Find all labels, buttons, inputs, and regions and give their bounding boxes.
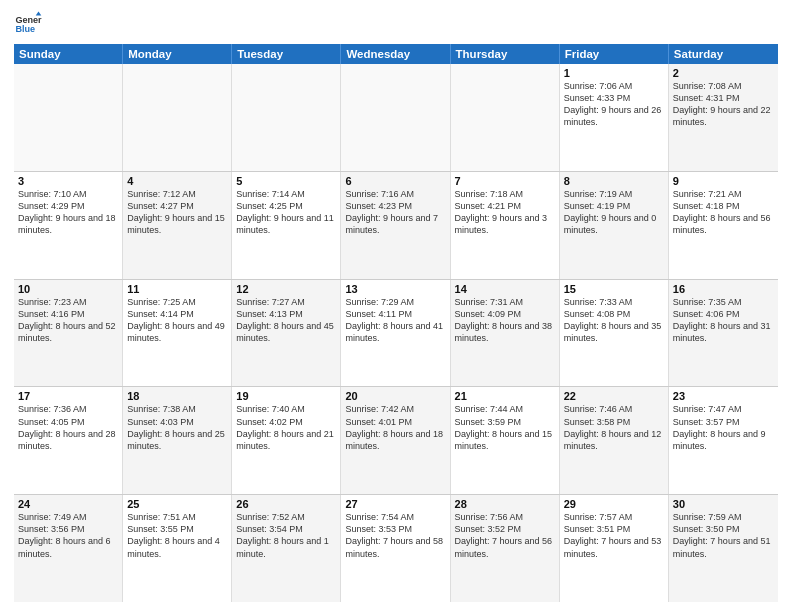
calendar-body: 1Sunrise: 7:06 AM Sunset: 4:33 PM Daylig… — [14, 64, 778, 602]
cal-cell: 23Sunrise: 7:47 AM Sunset: 3:57 PM Dayli… — [669, 387, 778, 494]
cal-cell: 11Sunrise: 7:25 AM Sunset: 4:14 PM Dayli… — [123, 280, 232, 387]
day-info: Sunrise: 7:10 AM Sunset: 4:29 PM Dayligh… — [18, 188, 118, 237]
cal-cell: 1Sunrise: 7:06 AM Sunset: 4:33 PM Daylig… — [560, 64, 669, 171]
day-info: Sunrise: 7:33 AM Sunset: 4:08 PM Dayligh… — [564, 296, 664, 345]
day-info: Sunrise: 7:06 AM Sunset: 4:33 PM Dayligh… — [564, 80, 664, 129]
svg-marker-2 — [36, 11, 42, 15]
cal-cell: 4Sunrise: 7:12 AM Sunset: 4:27 PM Daylig… — [123, 172, 232, 279]
col-header-thursday: Thursday — [451, 44, 560, 64]
day-info: Sunrise: 7:54 AM Sunset: 3:53 PM Dayligh… — [345, 511, 445, 560]
col-header-monday: Monday — [123, 44, 232, 64]
cal-cell — [232, 64, 341, 171]
day-number: 7 — [455, 175, 555, 187]
col-header-friday: Friday — [560, 44, 669, 64]
col-header-sunday: Sunday — [14, 44, 123, 64]
day-number: 1 — [564, 67, 664, 79]
day-info: Sunrise: 7:27 AM Sunset: 4:13 PM Dayligh… — [236, 296, 336, 345]
day-info: Sunrise: 7:51 AM Sunset: 3:55 PM Dayligh… — [127, 511, 227, 560]
cal-cell: 10Sunrise: 7:23 AM Sunset: 4:16 PM Dayli… — [14, 280, 123, 387]
cal-cell: 25Sunrise: 7:51 AM Sunset: 3:55 PM Dayli… — [123, 495, 232, 602]
week-row-4: 17Sunrise: 7:36 AM Sunset: 4:05 PM Dayli… — [14, 387, 778, 495]
cal-cell: 22Sunrise: 7:46 AM Sunset: 3:58 PM Dayli… — [560, 387, 669, 494]
day-info: Sunrise: 7:25 AM Sunset: 4:14 PM Dayligh… — [127, 296, 227, 345]
cal-cell: 6Sunrise: 7:16 AM Sunset: 4:23 PM Daylig… — [341, 172, 450, 279]
day-info: Sunrise: 7:19 AM Sunset: 4:19 PM Dayligh… — [564, 188, 664, 237]
day-number: 25 — [127, 498, 227, 510]
calendar-header: SundayMondayTuesdayWednesdayThursdayFrid… — [14, 44, 778, 64]
day-number: 6 — [345, 175, 445, 187]
day-info: Sunrise: 7:40 AM Sunset: 4:02 PM Dayligh… — [236, 403, 336, 452]
week-row-5: 24Sunrise: 7:49 AM Sunset: 3:56 PM Dayli… — [14, 495, 778, 602]
day-number: 23 — [673, 390, 774, 402]
day-number: 4 — [127, 175, 227, 187]
cal-cell — [14, 64, 123, 171]
day-info: Sunrise: 7:08 AM Sunset: 4:31 PM Dayligh… — [673, 80, 774, 129]
day-number: 22 — [564, 390, 664, 402]
week-row-2: 3Sunrise: 7:10 AM Sunset: 4:29 PM Daylig… — [14, 172, 778, 280]
day-info: Sunrise: 7:59 AM Sunset: 3:50 PM Dayligh… — [673, 511, 774, 560]
day-number: 24 — [18, 498, 118, 510]
day-info: Sunrise: 7:44 AM Sunset: 3:59 PM Dayligh… — [455, 403, 555, 452]
cal-cell: 5Sunrise: 7:14 AM Sunset: 4:25 PM Daylig… — [232, 172, 341, 279]
week-row-1: 1Sunrise: 7:06 AM Sunset: 4:33 PM Daylig… — [14, 64, 778, 172]
week-row-3: 10Sunrise: 7:23 AM Sunset: 4:16 PM Dayli… — [14, 280, 778, 388]
day-info: Sunrise: 7:47 AM Sunset: 3:57 PM Dayligh… — [673, 403, 774, 452]
day-info: Sunrise: 7:52 AM Sunset: 3:54 PM Dayligh… — [236, 511, 336, 560]
day-info: Sunrise: 7:16 AM Sunset: 4:23 PM Dayligh… — [345, 188, 445, 237]
cal-cell: 15Sunrise: 7:33 AM Sunset: 4:08 PM Dayli… — [560, 280, 669, 387]
day-number: 27 — [345, 498, 445, 510]
cal-cell: 16Sunrise: 7:35 AM Sunset: 4:06 PM Dayli… — [669, 280, 778, 387]
day-number: 29 — [564, 498, 664, 510]
day-number: 21 — [455, 390, 555, 402]
day-number: 5 — [236, 175, 336, 187]
cal-cell: 29Sunrise: 7:57 AM Sunset: 3:51 PM Dayli… — [560, 495, 669, 602]
day-info: Sunrise: 7:23 AM Sunset: 4:16 PM Dayligh… — [18, 296, 118, 345]
day-number: 20 — [345, 390, 445, 402]
day-info: Sunrise: 7:21 AM Sunset: 4:18 PM Dayligh… — [673, 188, 774, 237]
day-number: 26 — [236, 498, 336, 510]
cal-cell: 28Sunrise: 7:56 AM Sunset: 3:52 PM Dayli… — [451, 495, 560, 602]
cal-cell: 30Sunrise: 7:59 AM Sunset: 3:50 PM Dayli… — [669, 495, 778, 602]
cal-cell: 27Sunrise: 7:54 AM Sunset: 3:53 PM Dayli… — [341, 495, 450, 602]
day-info: Sunrise: 7:18 AM Sunset: 4:21 PM Dayligh… — [455, 188, 555, 237]
day-number: 14 — [455, 283, 555, 295]
cal-cell: 20Sunrise: 7:42 AM Sunset: 4:01 PM Dayli… — [341, 387, 450, 494]
day-number: 9 — [673, 175, 774, 187]
col-header-wednesday: Wednesday — [341, 44, 450, 64]
cal-cell: 8Sunrise: 7:19 AM Sunset: 4:19 PM Daylig… — [560, 172, 669, 279]
logo-icon: General Blue — [14, 10, 42, 38]
cal-cell — [451, 64, 560, 171]
day-number: 13 — [345, 283, 445, 295]
day-number: 2 — [673, 67, 774, 79]
day-number: 18 — [127, 390, 227, 402]
day-number: 19 — [236, 390, 336, 402]
cal-cell: 17Sunrise: 7:36 AM Sunset: 4:05 PM Dayli… — [14, 387, 123, 494]
day-number: 15 — [564, 283, 664, 295]
cal-cell: 3Sunrise: 7:10 AM Sunset: 4:29 PM Daylig… — [14, 172, 123, 279]
day-info: Sunrise: 7:35 AM Sunset: 4:06 PM Dayligh… — [673, 296, 774, 345]
day-info: Sunrise: 7:14 AM Sunset: 4:25 PM Dayligh… — [236, 188, 336, 237]
day-info: Sunrise: 7:42 AM Sunset: 4:01 PM Dayligh… — [345, 403, 445, 452]
cal-cell: 19Sunrise: 7:40 AM Sunset: 4:02 PM Dayli… — [232, 387, 341, 494]
cal-cell: 13Sunrise: 7:29 AM Sunset: 4:11 PM Dayli… — [341, 280, 450, 387]
cal-cell: 24Sunrise: 7:49 AM Sunset: 3:56 PM Dayli… — [14, 495, 123, 602]
cal-cell: 21Sunrise: 7:44 AM Sunset: 3:59 PM Dayli… — [451, 387, 560, 494]
cal-cell: 2Sunrise: 7:08 AM Sunset: 4:31 PM Daylig… — [669, 64, 778, 171]
day-number: 16 — [673, 283, 774, 295]
day-number: 11 — [127, 283, 227, 295]
day-info: Sunrise: 7:46 AM Sunset: 3:58 PM Dayligh… — [564, 403, 664, 452]
svg-text:Blue: Blue — [15, 24, 35, 34]
cal-cell: 18Sunrise: 7:38 AM Sunset: 4:03 PM Dayli… — [123, 387, 232, 494]
day-info: Sunrise: 7:56 AM Sunset: 3:52 PM Dayligh… — [455, 511, 555, 560]
day-info: Sunrise: 7:38 AM Sunset: 4:03 PM Dayligh… — [127, 403, 227, 452]
day-number: 10 — [18, 283, 118, 295]
day-info: Sunrise: 7:29 AM Sunset: 4:11 PM Dayligh… — [345, 296, 445, 345]
logo: General Blue — [14, 10, 46, 38]
cal-cell: 9Sunrise: 7:21 AM Sunset: 4:18 PM Daylig… — [669, 172, 778, 279]
day-info: Sunrise: 7:31 AM Sunset: 4:09 PM Dayligh… — [455, 296, 555, 345]
day-number: 3 — [18, 175, 118, 187]
day-info: Sunrise: 7:36 AM Sunset: 4:05 PM Dayligh… — [18, 403, 118, 452]
day-number: 17 — [18, 390, 118, 402]
day-info: Sunrise: 7:49 AM Sunset: 3:56 PM Dayligh… — [18, 511, 118, 560]
calendar: SundayMondayTuesdayWednesdayThursdayFrid… — [14, 44, 778, 602]
